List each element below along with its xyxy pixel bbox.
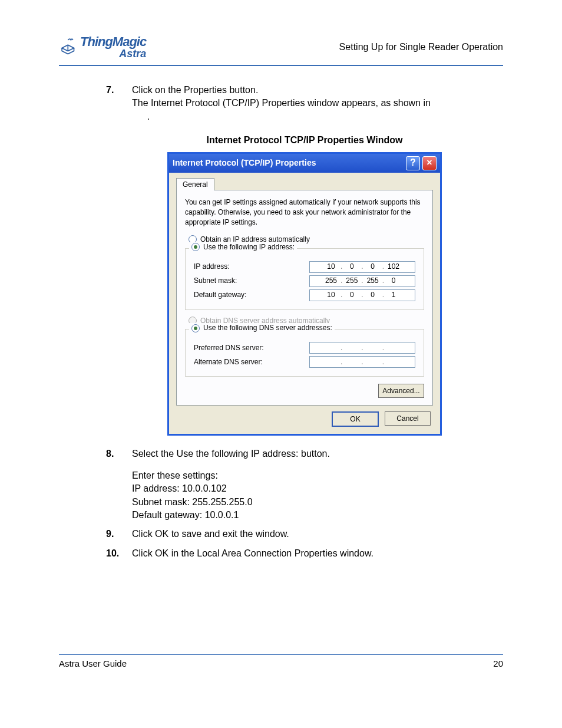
brand-logo: ThingMagic Astra (59, 35, 146, 59)
step-number: 9. (106, 528, 120, 541)
input-subnet-mask[interactable]: 255. 255. 255. 0 (309, 275, 415, 287)
input-alternate-dns[interactable]: . . . (309, 356, 415, 368)
ok-button[interactable]: OK (332, 411, 379, 427)
radio-use-ip[interactable]: Use the following IP address: (189, 242, 297, 252)
radio-icon (191, 324, 200, 332)
step-number: 10. (106, 547, 120, 560)
advanced-button[interactable]: Advanced... (378, 384, 424, 398)
cancel-button[interactable]: Cancel (385, 411, 431, 426)
radio-use-dns[interactable]: Use the following DNS server addresses: (189, 323, 335, 333)
step-text: The Internet Protocol (TCP/IP) Propertie… (132, 97, 503, 110)
close-button[interactable]: × (422, 156, 437, 170)
dialog-description: You can get IP settings assigned automat… (185, 197, 424, 227)
step-text: Default gateway: 10.0.0.1 (132, 509, 503, 522)
step-text: Click OK to save and exit the window. (132, 528, 503, 541)
section-title: Setting Up for Single Reader Operation (339, 42, 503, 52)
tab-general[interactable]: General (176, 178, 214, 191)
input-ip-address[interactable]: 10. 0. 0. 102 (309, 261, 415, 273)
label-default-gateway: Default gateway: (194, 290, 246, 300)
label-preferred-dns: Preferred DNS server: (194, 343, 264, 353)
step-text: IP address: 10.0.0.102 (132, 482, 503, 495)
step-number: 8. (106, 447, 120, 522)
help-button[interactable]: ? (406, 156, 420, 170)
radio-label: Use the following DNS server addresses: (203, 323, 332, 333)
figure-title: Internet Protocol TCP/IP Properties Wind… (106, 134, 503, 147)
input-preferred-dns[interactable]: . . . (309, 342, 415, 354)
step-number: 7. (106, 84, 120, 123)
radio-icon (191, 243, 200, 251)
step-text: Enter these settings: (132, 469, 503, 482)
step-text: Select the Use the following IP address:… (132, 447, 503, 460)
tcpip-properties-dialog: Internet Protocol (TCP/IP) Properties ? … (167, 152, 442, 436)
label-alternate-dns: Alternate DNS server: (194, 357, 263, 367)
step-text: Subnet mask: 255.255.255.0 (132, 496, 503, 509)
step-text: . (147, 110, 503, 123)
logo-sub-text: Astra (80, 48, 146, 59)
dialog-title: Internet Protocol (TCP/IP) Properties (173, 157, 316, 169)
logo-main-text: ThingMagic (80, 35, 146, 48)
label-subnet-mask: Subnet mask: (194, 276, 237, 286)
radio-label: Use the following IP address: (203, 242, 295, 252)
step-text: Click on the Properties button. (132, 84, 503, 97)
footer-left: Astra User Guide (59, 658, 127, 668)
step-text: Click OK in the Local Area Connection Pr… (132, 547, 503, 560)
logo-icon (59, 36, 79, 58)
page-number: 20 (493, 658, 503, 668)
input-default-gateway[interactable]: 10. 0. 0. 1 (309, 289, 415, 301)
label-ip-address: IP address: (194, 262, 229, 272)
